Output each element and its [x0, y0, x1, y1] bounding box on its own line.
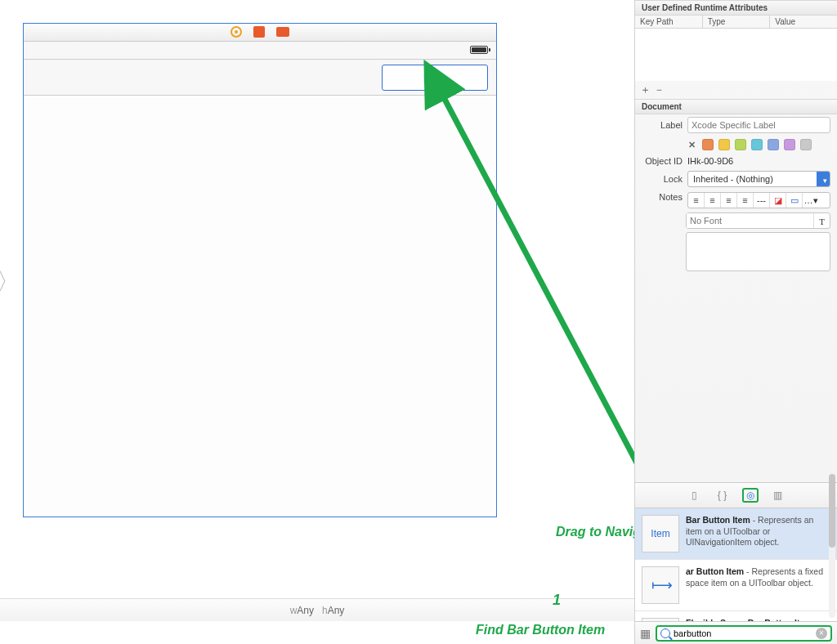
- link-icon[interactable]: ▭: [786, 193, 803, 208]
- align-justify-icon[interactable]: ≡: [737, 193, 754, 208]
- library-thumb-fixed: ⟼: [642, 566, 679, 604]
- label-field[interactable]: [687, 117, 830, 133]
- library-tab-code[interactable]: { }: [714, 488, 731, 503]
- library-thumb-item: Item: [642, 515, 679, 552]
- size-w-prefix: w: [290, 605, 298, 616]
- search-icon: [660, 628, 670, 638]
- search-clear-button[interactable]: ×: [816, 628, 827, 639]
- size-class-bar[interactable]: wAny hAny: [0, 598, 634, 621]
- size-h-value: Any: [328, 605, 345, 616]
- swatch-orange[interactable]: [702, 139, 714, 150]
- annotation-num-1: 1: [553, 592, 561, 609]
- inspector-spacer: [635, 278, 837, 482]
- lock-label: Lock: [642, 174, 687, 184]
- col-keypath[interactable]: Key Path: [635, 16, 703, 28]
- more-icon[interactable]: …▾: [803, 193, 819, 208]
- notes-format-segmented[interactable]: ≡ ≡ ≡ ≡ --- ◪ ▭ …▾: [687, 192, 830, 208]
- lock-select[interactable]: Inherited - (Nothing): [687, 171, 830, 187]
- notes-font-field[interactable]: [687, 213, 813, 228]
- swatch-purple[interactable]: [784, 139, 795, 150]
- align-center-icon[interactable]: ≡: [705, 193, 721, 208]
- device-frame[interactable]: Item: [23, 23, 497, 517]
- navigation-bar[interactable]: Item: [24, 60, 496, 96]
- inspector-panel: User Defined Runtime Attributes Key Path…: [634, 0, 837, 644]
- swatch-green[interactable]: [735, 139, 746, 150]
- swatch-yellow[interactable]: [718, 139, 730, 150]
- dash-icon[interactable]: ---: [754, 193, 770, 208]
- interface-builder-canvas[interactable]: 〉 Item wAny hAny: [0, 0, 634, 621]
- align-left-icon[interactable]: ≡: [688, 193, 705, 208]
- no-format-icon[interactable]: ◪: [770, 193, 786, 208]
- notes-textarea[interactable]: [686, 232, 830, 271]
- swatch-gray[interactable]: [800, 139, 812, 150]
- library-search-field-wrap: ×: [656, 625, 832, 642]
- objectid-label: Object ID: [642, 156, 687, 166]
- library-search-bar: ▦ ×: [635, 621, 837, 644]
- library-tab-media[interactable]: ▥: [770, 488, 786, 503]
- runtime-attrs-header: User Defined Runtime Attributes: [635, 0, 837, 16]
- align-right-icon[interactable]: ≡: [721, 193, 737, 208]
- notes-font-row: T: [686, 212, 830, 229]
- viewcontroller-icon[interactable]: [231, 26, 242, 38]
- col-type[interactable]: Type: [703, 16, 771, 28]
- library-item-bar-button[interactable]: Item Bar Button Item - Represents an ite…: [635, 508, 837, 560]
- runtime-attrs-buttons: ＋－: [635, 81, 837, 99]
- library-tab-file[interactable]: ▯: [687, 488, 703, 503]
- library-item-text: Bar Button Item - Represents an item on …: [686, 515, 830, 552]
- size-w-value: Any: [297, 605, 314, 616]
- label-field-label: Label: [642, 120, 687, 130]
- library-tab-objects[interactable]: ◎: [742, 488, 759, 503]
- library-item-fixed-space[interactable]: ⟼ ar Button Item - Represents a fixed sp…: [635, 560, 837, 611]
- add-attr-button[interactable]: ＋: [640, 83, 654, 96]
- status-bar: [24, 42, 496, 60]
- first-responder-icon[interactable]: [253, 26, 265, 38]
- library-scroll-thumb[interactable]: [829, 474, 835, 548]
- remove-attr-button[interactable]: －: [654, 83, 668, 96]
- objectid-value: IHk-00-9D6: [687, 156, 830, 166]
- annotation-find-label: Find Bar Button Item: [476, 623, 605, 637]
- runtime-attrs-columns: Key Path Type Value: [635, 16, 837, 29]
- font-picker-button[interactable]: T: [813, 213, 830, 228]
- label-color-swatches: ✕: [635, 136, 837, 154]
- document-header: Document: [635, 99, 837, 114]
- library-item-text: ar Button Item - Represents a fixed spac…: [686, 566, 830, 604]
- scene-toolbar: [24, 24, 496, 42]
- swatch-teal[interactable]: [751, 139, 763, 150]
- col-value[interactable]: Value: [770, 16, 837, 28]
- nav-bar-button-item[interactable]: Item: [382, 65, 488, 91]
- runtime-attrs-table[interactable]: [635, 29, 837, 81]
- library-tabs: ▯ { } ◎ ▥: [635, 482, 837, 508]
- exit-icon[interactable]: [276, 27, 289, 37]
- library-search-input[interactable]: [674, 628, 812, 638]
- notes-label: Notes: [642, 192, 687, 202]
- library-view-grid-icon[interactable]: ▦: [640, 627, 651, 640]
- library-scrollbar[interactable]: [829, 472, 835, 618]
- battery-icon: [470, 46, 488, 54]
- swatch-clear[interactable]: ✕: [686, 140, 697, 150]
- canvas-back-arrow[interactable]: 〉: [0, 266, 20, 297]
- swatch-blue[interactable]: [768, 139, 779, 150]
- size-h-prefix: h: [322, 605, 328, 616]
